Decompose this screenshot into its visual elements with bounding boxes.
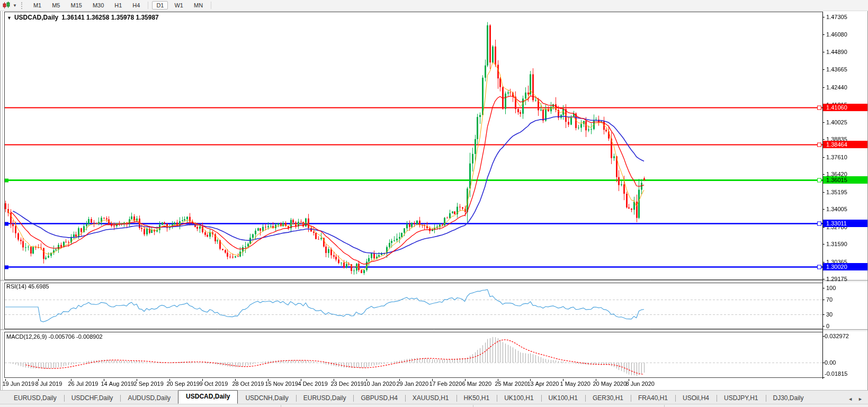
tab-usdcad-daily-3[interactable]: USDCAD,Daily bbox=[178, 390, 238, 404]
timeframe-button-h1[interactable]: H1 bbox=[110, 1, 126, 10]
chart-title: ▼USDCAD,Daily1.36141 1.36258 1.35978 1.3… bbox=[7, 14, 162, 21]
chart-tabs: EURUSD,DailyUSDCHF,DailyAUDUSD,DailyUSDC… bbox=[6, 390, 811, 404]
tab-usdjpy-h1-14[interactable]: USDJPY,H1 bbox=[717, 393, 765, 404]
tab-scroll-right-icon[interactable]: ► bbox=[858, 396, 863, 402]
timeframe-button-mn[interactable]: MN bbox=[190, 1, 207, 10]
toolbar-grip[interactable] bbox=[21, 2, 24, 9]
chart-symbol-period: USDCAD,Daily bbox=[14, 14, 58, 21]
tab-fra40-h1-12[interactable]: FRA40,H1 bbox=[631, 393, 675, 404]
timeframe-button-d1[interactable]: D1 bbox=[152, 1, 168, 10]
tab-eurusd-daily-0[interactable]: EURUSD,Daily bbox=[6, 393, 64, 404]
timeframe-buttons: M1M5M15M30H1H4D1W1MN bbox=[28, 1, 214, 10]
timeframe-toolbar: ▼ M1M5M15M30H1H4D1W1MN bbox=[0, 0, 868, 11]
tab-audusd-daily-2[interactable]: AUDUSD,Daily bbox=[120, 393, 178, 404]
timeframe-button-w1[interactable]: W1 bbox=[170, 1, 187, 10]
toolbar-separator bbox=[148, 2, 148, 9]
tab-uk100-h1-9[interactable]: UK100,H1 bbox=[497, 393, 541, 404]
tab-usdcnh-daily-4[interactable]: USDCNH,Daily bbox=[238, 393, 296, 404]
tab-eurusd-daily-5[interactable]: EURUSD,Daily bbox=[296, 393, 354, 404]
tab-uk100-h1-10[interactable]: UK100,H1 bbox=[541, 393, 585, 404]
timeframe-button-m5[interactable]: M5 bbox=[48, 1, 64, 10]
tab-gbpusd-h4-6[interactable]: GBPUSD,H4 bbox=[353, 393, 405, 404]
chart-type-icon[interactable] bbox=[2, 2, 12, 9]
rsi-indicator-label: RSI(14) 45.6985 bbox=[6, 283, 49, 290]
tab-scroll-arrows: ◄ ► bbox=[848, 396, 868, 404]
price-chart-canvas[interactable] bbox=[0, 0, 868, 407]
timeframe-button-m1[interactable]: M1 bbox=[29, 1, 46, 10]
tab-dj30-daily-15[interactable]: DJ30,Daily bbox=[766, 393, 811, 404]
tab-usdchf-daily-1[interactable]: USDCHF,Daily bbox=[64, 393, 121, 404]
timeframe-button-m30[interactable]: M30 bbox=[88, 1, 108, 10]
collapse-triangle-icon[interactable]: ▼ bbox=[7, 15, 12, 21]
chart-tab-bar: EURUSD,DailyUSDCHF,DailyAUDUSD,DailyUSDC… bbox=[0, 390, 868, 404]
timeframe-button-m15[interactable]: M15 bbox=[66, 1, 86, 10]
tab-ger30-h1-11[interactable]: GER30,H1 bbox=[585, 393, 631, 404]
macd-indicator-label: MACD(12,26,9) -0.005706 -0.008902 bbox=[6, 333, 103, 340]
chart-ohlc-values: 1.36141 1.36258 1.35978 1.35987 bbox=[61, 14, 159, 21]
tab-xauusd-h1-7[interactable]: XAUUSD,H1 bbox=[405, 393, 457, 404]
tab-usoil-h4-13[interactable]: USOil,H4 bbox=[675, 393, 717, 404]
status-strip bbox=[0, 404, 868, 407]
timeframe-button-h4[interactable]: H4 bbox=[128, 1, 144, 10]
chart-type-dropdown-icon[interactable]: ▼ bbox=[13, 3, 17, 8]
tab-hk50-h1-8[interactable]: HK50,H1 bbox=[457, 393, 497, 404]
toolbar-separator bbox=[211, 2, 211, 9]
tab-scroll-left-icon[interactable]: ◄ bbox=[848, 396, 853, 402]
